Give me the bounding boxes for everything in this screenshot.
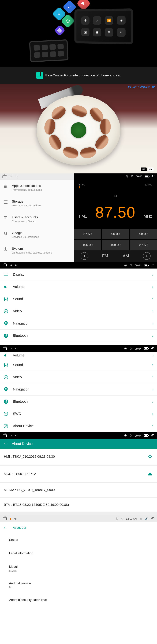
- home-icon[interactable]: [3, 264, 7, 266]
- volume-icon[interactable]: 🔊: [145, 517, 148, 520]
- battery-icon: [144, 434, 148, 437]
- usb-icon: Ψ: [10, 264, 12, 267]
- settings-item-google[interactable]: G GoogleServices & preferences: [0, 227, 74, 242]
- seek-prev-button[interactable]: ⦉: [74, 250, 95, 262]
- brightness-icon[interactable]: ☼: [140, 517, 142, 520]
- clock: 12:03 AM: [126, 517, 137, 520]
- svg-point-17: [6, 311, 6, 312]
- clock: 00:06: [136, 175, 142, 178]
- usb-icon: Ψ: [10, 347, 12, 350]
- menu-item-display[interactable]: Display›: [0, 268, 157, 281]
- bluetooth-icon: [4, 333, 8, 338]
- usb-icon: Ψ: [10, 434, 12, 437]
- back-icon[interactable]: ↶: [152, 174, 154, 178]
- gear-icon[interactable]: ✿: [147, 454, 153, 460]
- status-bar: ΨΨ ⦿⌬00:04↶: [0, 432, 157, 439]
- hero-image: ⛯ ♪ ⚙ ▶ ▦ ⚙♪📶◈ ▣◉✉⛭: [0, 0, 157, 67]
- menu-item-sound[interactable]: Sound›: [0, 359, 157, 371]
- android-settings-panel: Ψ Ψ Apps & notificationsPermissions, def…: [0, 174, 74, 262]
- location-icon: ⦿: [124, 264, 127, 267]
- back-arrow-icon[interactable]: ←: [3, 441, 8, 446]
- usb-icon: Ψ: [15, 434, 18, 437]
- preset-button[interactable]: 108.00: [102, 240, 129, 250]
- seek-next-button[interactable]: ⦊: [136, 250, 157, 262]
- chevron-right-icon: ›: [152, 309, 154, 314]
- svg-rect-3: [4, 216, 7, 219]
- menu-item-about[interactable]: About Device›: [0, 420, 157, 432]
- preset-button[interactable]: 87.50: [74, 229, 101, 239]
- settings-item-system[interactable]: SystemLanguages, time, backup, updates: [0, 242, 74, 258]
- menu-item-video[interactable]: Video›: [0, 371, 157, 383]
- menu-item-video[interactable]: Video›: [0, 305, 157, 318]
- menu-item-volume-partial[interactable]: Volume›: [0, 352, 157, 359]
- about-row-hmi[interactable]: HMI : TSKJ_010.2018.08.23.08.30✿: [0, 448, 157, 465]
- preset-button[interactable]: 87.50: [130, 240, 157, 250]
- parsley-graphic: [71, 122, 86, 138]
- car-row-legal[interactable]: Legal information: [0, 547, 157, 560]
- back-icon[interactable]: ↶: [151, 516, 154, 521]
- about-row-btv[interactable]: BTV : BT.18.08.22.1340(DE:80:46:00:00:88…: [0, 498, 157, 512]
- menu-item-bluetooth[interactable]: Bluetooth›: [0, 396, 157, 408]
- settings-item-storage[interactable]: Storage50% used - 8.06 GB free: [0, 196, 74, 211]
- user-icon: [4, 216, 8, 220]
- video-icon: [4, 309, 8, 314]
- svg-rect-2: [4, 203, 8, 204]
- usb-icon: Ψ: [16, 175, 18, 179]
- radio-panel: ⦿ ⌬ 00:06 ↶ 87.50108.00 ST FM1 87.50 MHz…: [74, 174, 157, 262]
- menu-item-sound[interactable]: Sound›: [0, 293, 157, 305]
- settings-item-apps[interactable]: Apps & notificationsPermissions, default…: [0, 180, 74, 196]
- video-thumbnail[interactable]: CHINEE-INNOLUX ISF 4K: [0, 84, 157, 174]
- chevron-right-icon: ›: [152, 375, 154, 380]
- svg-point-21: [4, 364, 5, 365]
- chevron-right-icon: ›: [152, 412, 154, 416]
- usb-icon: Ψ: [15, 264, 18, 267]
- am-button[interactable]: AM: [116, 250, 136, 262]
- home-icon[interactable]: [2, 175, 6, 178]
- about-car-screen: ▮ Ψ ⦿ ⌬ 12:03 AM ☼ 🔊 ↶ ← About Car Statu…: [0, 515, 157, 607]
- google-icon: G: [4, 231, 8, 236]
- car-row-patch[interactable]: Android security patch level: [0, 594, 157, 607]
- chevron-right-icon: ›: [152, 334, 154, 338]
- preset-button[interactable]: 98.00: [130, 229, 157, 239]
- menu-item-navigation[interactable]: Navigation›: [0, 383, 157, 396]
- svg-point-23: [6, 365, 6, 366]
- preset-button[interactable]: 90.00: [102, 229, 129, 239]
- radio-controls: ⦉ FM AM ⦊: [74, 250, 157, 262]
- phone-mock: [29, 39, 68, 62]
- fm-button[interactable]: FM: [95, 250, 116, 262]
- about-car-header: ← About Car: [0, 522, 157, 534]
- car-row-model[interactable]: Model8227L: [0, 560, 157, 577]
- home-icon[interactable]: [3, 348, 7, 350]
- car-row-android[interactable]: Android version9.1: [0, 577, 157, 594]
- preset-button[interactable]: 106.00: [74, 240, 101, 250]
- menu-item-volume[interactable]: Volume›: [0, 281, 157, 293]
- bluetooth-icon: ⌬: [130, 434, 132, 437]
- back-arrow-icon[interactable]: ←: [3, 525, 8, 530]
- back-icon[interactable]: ↶: [151, 433, 154, 438]
- car-row-status[interactable]: Status: [0, 534, 157, 547]
- svg-point-31: [6, 413, 6, 414]
- settings-item-users[interactable]: Users & accountsCurrent user: Owner: [0, 211, 74, 227]
- radio-scale: 87.50108.00: [79, 183, 152, 186]
- info-icon: [4, 247, 8, 251]
- status-bar: Ψ Ψ: [0, 174, 74, 180]
- back-icon[interactable]: ↶: [151, 346, 154, 351]
- about-row-mcu[interactable]: MCU : TS907.180712⏏: [0, 466, 157, 482]
- menu-item-swc[interactable]: SWC›: [0, 408, 157, 420]
- video-badges: ISF 4K: [140, 168, 154, 171]
- radio-tuner-line[interactable]: [79, 187, 152, 188]
- about-row-media[interactable]: MEDIA : HC_v1.0.0_180817_0900: [0, 483, 157, 497]
- menu-item-bluetooth[interactable]: Bluetooth›: [0, 330, 157, 342]
- home-icon[interactable]: [3, 517, 7, 520]
- back-icon[interactable]: ↶: [151, 263, 154, 268]
- menu-item-navigation[interactable]: Navigation›: [0, 318, 157, 330]
- svg-point-18: [5, 322, 7, 324]
- radio-band[interactable]: FM1: [79, 214, 87, 218]
- clock: 00:04: [135, 264, 141, 267]
- navigation-icon: [4, 321, 8, 326]
- eject-icon[interactable]: ⏏: [147, 471, 153, 477]
- sound-icon: [4, 296, 8, 302]
- bluetooth-icon: ⌬: [121, 517, 123, 520]
- home-icon[interactable]: [3, 434, 7, 437]
- usb-icon: Ψ: [10, 175, 12, 179]
